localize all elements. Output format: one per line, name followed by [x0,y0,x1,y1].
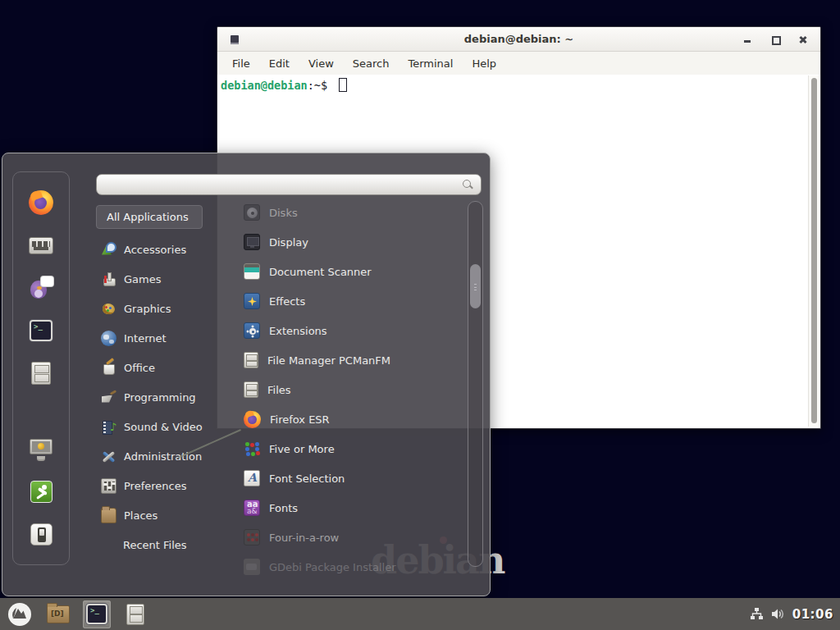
search-box [96,174,482,195]
firefox-icon [244,411,261,428]
category-label: All Applications [107,211,189,223]
app-extensions[interactable]: Extensions [237,316,467,345]
search-input[interactable] [97,179,461,191]
file-cabinet-icon [244,381,258,398]
category-all-applications[interactable]: All Applications [96,205,203,229]
app-four-in-a-row[interactable]: Four-in-a-row [237,523,467,552]
five-or-more-icon [244,441,260,457]
favorite-terminal[interactable] [27,317,55,345]
taskbar-terminal-button[interactable] [83,600,111,628]
prompt-path: :~$ [308,79,335,92]
menu-view[interactable]: View [303,55,340,72]
app-list-scrollbar[interactable] [468,201,483,567]
menu-file[interactable]: File [226,55,256,72]
minimize-icon[interactable] [742,34,753,45]
lock-screen-icon [29,437,53,460]
file-cabinet-icon [244,352,258,368]
taskbar-desktop-folder-button[interactable] [44,600,72,628]
terminal-icon [86,604,107,624]
disks-icon [244,204,260,221]
terminal-titlebar[interactable]: debian@debian: ~ [217,27,820,52]
search-icon [461,178,474,191]
programming-icon [101,390,116,405]
terminal-title: debian@debian: ~ [217,33,820,45]
app-display[interactable]: Display [237,227,467,257]
category-places[interactable]: Places [96,500,211,530]
close-icon[interactable] [797,34,809,45]
menu-terminal[interactable]: Terminal [402,55,459,72]
app-font-selection[interactable]: Font Selection [237,463,467,493]
network-icon[interactable] [750,607,764,621]
menu-search[interactable]: Search [347,55,395,72]
maximize-icon[interactable] [769,34,781,45]
favorite-log-out[interactable] [27,477,55,505]
category-games[interactable]: Games [96,264,211,294]
accessories-icon [101,242,116,258]
shut-down-icon [30,523,52,546]
terminal-cursor [339,78,347,92]
office-icon [101,360,116,376]
file-cabinet-icon [126,604,144,625]
category-programming[interactable]: Programming [96,382,211,412]
favorite-keyboard[interactable] [27,231,55,259]
application-menu: All Applications Accessories Games Graph… [2,153,491,596]
taskbar-clock[interactable]: 01:06 [792,607,833,622]
log-out-icon [30,481,52,503]
favorites-rail [12,171,70,565]
favorite-pidgin[interactable] [27,274,55,302]
taskbar-file-manager-button[interactable] [121,600,149,628]
terminal-prompt: debian@debian:~$ [221,78,347,92]
menu-edit[interactable]: Edit [263,55,295,72]
document-scanner-icon [244,263,260,280]
sound-video-icon [101,419,116,435]
app-list: Disks Display Document Scanner Effects E… [237,198,467,582]
app-gdebi-package-installer[interactable]: GDebi Package Installer [237,552,467,582]
menu-button[interactable] [6,600,34,628]
places-icon [101,508,116,523]
app-document-scanner[interactable]: Document Scanner [237,257,467,286]
category-internet[interactable]: Internet [96,323,211,353]
app-file-manager-pcmanfm[interactable]: File Manager PCManFM [237,345,467,375]
app-firefox-esr[interactable]: Firefox ESR [237,404,467,434]
category-office[interactable]: Office [96,353,211,382]
app-fonts[interactable]: Fonts [237,493,467,523]
category-preferences[interactable]: Preferences [96,471,211,500]
favorite-firefox[interactable] [27,189,55,217]
internet-icon [101,331,116,346]
fonts-icon [244,500,260,516]
category-accessories[interactable]: Accessories [96,235,211,264]
preferences-icon [101,478,116,494]
category-administration[interactable]: Administration [96,441,211,471]
favorite-lock-screen[interactable] [27,435,55,463]
app-files[interactable]: Files [237,375,467,404]
terminal-menubar: File Edit View Search Terminal Help [217,52,820,75]
app-list-scrollbar-thumb[interactable] [470,264,481,308]
menu-logo-icon [8,603,31,626]
menu-help[interactable]: Help [466,55,502,72]
games-icon [101,272,116,287]
font-selection-icon [244,470,260,486]
category-graphics[interactable]: Graphics [96,294,211,323]
terminal-scrollbar-thumb[interactable] [811,78,817,423]
gdebi-icon [244,559,260,575]
desktop-folder-icon [47,605,70,623]
terminal-scrollbar[interactable] [808,75,819,427]
terminal-icon [30,320,52,341]
category-sound-video[interactable]: Sound & Video [96,412,211,441]
pidgin-icon [29,276,53,299]
favorite-shut-down[interactable] [27,520,55,548]
keyboard-icon [29,237,53,254]
app-disks[interactable]: Disks [237,198,467,227]
file-cabinet-icon [31,362,51,385]
app-effects[interactable]: Effects [237,286,467,316]
category-recent-files[interactable]: Recent Files [96,530,211,559]
desktop: debian debian@debian: ~ File Edit View S… [0,0,840,630]
display-icon [244,234,260,250]
extensions-icon [244,322,260,339]
graphics-icon [101,301,116,317]
administration-icon [101,449,116,464]
effects-icon [244,293,260,309]
favorite-file-manager[interactable] [27,359,55,387]
volume-icon[interactable] [770,607,786,621]
app-five-or-more[interactable]: Five or More [237,434,467,463]
